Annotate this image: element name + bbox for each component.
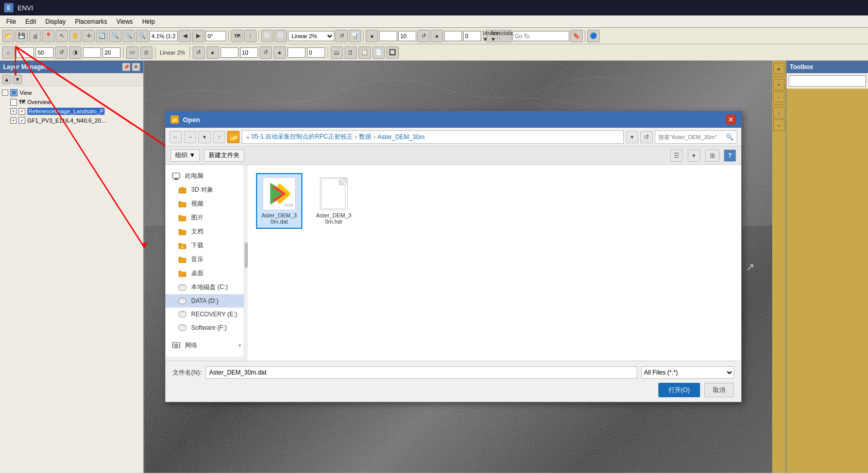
svg-rect-5	[174, 179, 179, 180]
vcd-label-text: VCD	[284, 203, 293, 208]
sidebar-drive-e[interactable]: RECOVERY (E:)	[165, 308, 247, 321]
view-list-btn[interactable]: ☰	[670, 149, 683, 162]
sidebar-network[interactable]: 网络 ▾	[165, 338, 247, 352]
folder-music-icon	[178, 256, 187, 264]
sidebar-drive-f[interactable]: Software (F:)	[165, 321, 247, 334]
file-hdr[interactable]: Aster_DEM_30m.hdr	[311, 173, 357, 229]
sidebar-computer[interactable]: 此电脑	[165, 169, 247, 183]
sidebar-network-label: 网络	[185, 341, 197, 350]
dialog-sidebar: 此电脑 3D 对象 视频	[165, 165, 248, 357]
sidebar-drive-e-label: RECOVERY (E:)	[191, 311, 237, 318]
new-folder-btn[interactable]: 新建文件夹	[204, 149, 244, 162]
envi-window: E ENVI File Edit Display Placemarks View…	[0, 0, 868, 474]
help-btn[interactable]: ?	[724, 149, 736, 162]
dat-file-img: VCD	[263, 177, 296, 210]
view-details-btn[interactable]: ▾	[688, 149, 700, 162]
dialog-bottom: 文件名(N): All Files (*.*) 打开(O) 取消	[165, 361, 741, 402]
svg-rect-3	[173, 173, 180, 178]
dialog-close-btn[interactable]: ✕	[726, 114, 736, 125]
vcd-icon: VCD	[263, 177, 296, 210]
organize-btn[interactable]: 组织 ▼	[171, 149, 200, 162]
dialog-content: 此电脑 3D 对象 视频	[165, 165, 741, 361]
path-part-2[interactable]: 数据	[359, 132, 371, 141]
filename-input[interactable]	[206, 366, 637, 379]
sidebar-docs[interactable]: 文档	[165, 225, 247, 239]
dialog-nav-toolbar: ← → ▾ ↑ 📂 « 05-1.自动采集控制点的RPC正射校正 › 数据 › …	[165, 128, 741, 146]
dat-file-name: Aster_DEM_30m.dat	[260, 212, 298, 225]
sidebar-downloads-label: 下载	[191, 241, 203, 250]
sidebar-drive-d[interactable]: DATA (D:)	[165, 294, 247, 308]
sidebar-spacer	[165, 334, 247, 338]
dialog-overlay: 📁 Open ✕ ← → ▾ ↑ 📂 « 05-1.自动采集控制点的RPC正射校…	[0, 0, 868, 474]
open-button[interactable]: 打开(O)	[658, 383, 700, 397]
hdr-file-name: Aster_DEM_30m.hdr	[315, 212, 353, 225]
dialog-back-btn[interactable]: ←	[169, 131, 182, 143]
generic-file-svg	[320, 177, 347, 210]
svg-rect-4	[175, 178, 178, 179]
generic-file-icon	[320, 177, 348, 210]
sidebar-drive-c-label: 本地磁盘 (C:)	[191, 283, 228, 292]
folder-video-icon	[178, 200, 187, 208]
organize-label: 组织 ▼	[175, 151, 195, 160]
dialog-folder-icon: 📂	[227, 131, 240, 143]
hdr-file-img	[317, 177, 350, 210]
dialog-title-text: Open	[183, 116, 200, 124]
sidebar-video-label: 视频	[191, 199, 203, 208]
sidebar-pic-label: 图片	[191, 213, 203, 222]
sidebar-3d[interactable]: 3D 对象	[165, 183, 247, 197]
sidebar-drive-c[interactable]: 本地磁盘 (C:)	[165, 280, 247, 294]
dialog-path: « 05-1.自动采集控制点的RPC正射校正 › 数据 › Aster_DEM_…	[242, 130, 624, 144]
cancel-button[interactable]: 取消	[704, 383, 734, 397]
dialog-refresh-btn[interactable]: ↺	[640, 131, 653, 143]
sidebar-drive-f-label: Software (F:)	[191, 324, 227, 331]
sidebar-video[interactable]: 视频	[165, 197, 247, 211]
search-icon: 🔍	[726, 133, 734, 141]
disk-c-icon	[178, 283, 187, 292]
path-part-1[interactable]: 05-1.自动采集控制点的RPC正射校正	[251, 132, 353, 141]
sidebar-desktop-label: 桌面	[191, 269, 203, 278]
new-folder-label: 新建文件夹	[209, 151, 240, 160]
path-sep-2: ›	[373, 133, 376, 141]
filename-label: 文件名(N):	[173, 368, 201, 377]
folder-pic-icon	[178, 214, 187, 222]
file-dat[interactable]: VCD Aster_DEM_30m.dat	[256, 173, 302, 229]
path-chevron: «	[246, 134, 249, 140]
network-expand[interactable]: ▾	[239, 343, 241, 348]
path-part-3[interactable]: Aster_DEM_30m	[378, 133, 424, 141]
filename-row: 文件名(N): All Files (*.*)	[173, 366, 734, 379]
dialog-search-input[interactable]	[658, 134, 724, 140]
dialog-action-bar: 组织 ▼ 新建文件夹 ☰ ▾ ⊞ ?	[165, 146, 741, 165]
dialog-path-expand-btn[interactable]: ▾	[626, 131, 638, 143]
disk-f-icon	[178, 324, 187, 332]
disk-e-icon	[178, 310, 187, 318]
folder-doc-icon	[178, 228, 187, 236]
sidebar-drive-d-label: DATA (D:)	[191, 297, 218, 304]
dialog-search-box[interactable]: 🔍	[655, 130, 737, 144]
folder-3d-icon	[178, 186, 187, 194]
dialog-icon: 📁	[171, 115, 179, 124]
dialog-down-btn[interactable]: ▾	[198, 131, 211, 143]
sidebar-downloads[interactable]: 下载	[165, 239, 247, 252]
open-dialog: 📁 Open ✕ ← → ▾ ↑ 📂 « 05-1.自动采集控制点的RPC正射校…	[165, 111, 742, 402]
view-icon-btn[interactable]: ⊞	[705, 149, 720, 162]
folder-desk-icon	[178, 269, 187, 278]
computer-icon	[172, 172, 181, 180]
sidebar-scrollbar[interactable]	[244, 165, 248, 361]
folder-down-icon	[178, 242, 187, 250]
sidebar-pictures[interactable]: 图片	[165, 211, 247, 225]
dialog-forward-btn[interactable]: →	[184, 131, 196, 143]
dialog-sidebar-wrapper: 此电脑 3D 对象 视频	[165, 165, 248, 361]
sidebar-3d-label: 3D 对象	[191, 185, 213, 194]
network-icon	[172, 342, 181, 350]
path-sep-1: ›	[355, 133, 357, 141]
sidebar-music[interactable]: 音乐	[165, 252, 247, 266]
dialog-up-btn[interactable]: ↑	[213, 131, 225, 143]
filetype-select[interactable]: All Files (*.*)	[641, 366, 734, 379]
sidebar-desktop[interactable]: 桌面	[165, 266, 247, 280]
dialog-title-bar: 📁 Open ✕	[165, 111, 741, 128]
sidebar-computer-label: 此电脑	[185, 172, 203, 180]
sidebar-music-label: 音乐	[191, 255, 203, 264]
dialog-files-area: VCD Aster_DEM_30m.dat	[248, 165, 741, 361]
sidebar-docs-label: 文档	[191, 227, 203, 236]
disk-d-icon	[178, 297, 187, 305]
